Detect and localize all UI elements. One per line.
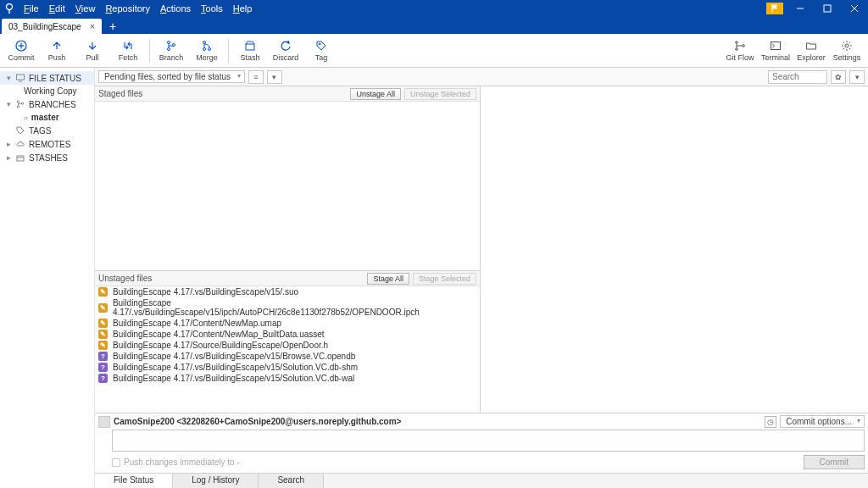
pull-tool[interactable]: Pull bbox=[75, 35, 110, 67]
svg-point-16 bbox=[736, 41, 738, 43]
sidebar-stashes[interactable]: ▸ STASHES bbox=[0, 151, 94, 164]
monitor-icon bbox=[15, 73, 25, 83]
gitflow-tool[interactable]: Git Flow bbox=[722, 35, 758, 67]
menu-tools[interactable]: Tools bbox=[196, 3, 228, 14]
svg-point-20 bbox=[845, 44, 849, 47]
tab-file-status[interactable]: File Status bbox=[95, 474, 173, 488]
file-row[interactable]: ✎BuildingEscape 4.17/.vs/BuildingEscape/… bbox=[95, 297, 480, 318]
search-settings-button[interactable]: ✿ bbox=[831, 70, 846, 84]
stash-tool[interactable]: Stash bbox=[232, 35, 268, 67]
menu-help[interactable]: Help bbox=[228, 3, 258, 14]
pending-filter-dropdown[interactable]: Pending files, sorted by file status bbox=[98, 70, 245, 83]
sidebar-remotes[interactable]: ▸ REMOTES bbox=[0, 137, 94, 151]
sidebar-branches[interactable]: ▾ BRANCHES bbox=[0, 97, 94, 111]
tool-label: Tag bbox=[315, 53, 328, 62]
bottom-tabs: File Status Log / History Search bbox=[95, 473, 868, 488]
push-tool[interactable]: Push bbox=[39, 35, 75, 67]
svg-rect-19 bbox=[771, 42, 781, 49]
repo-tabs: 03_BuildingEscape × + bbox=[0, 17, 868, 34]
tool-label: Commit bbox=[8, 53, 35, 62]
file-row[interactable]: ?BuildingEscape 4.17/.vs/BuildingEscape/… bbox=[95, 373, 480, 384]
discard-icon bbox=[280, 40, 292, 52]
gear-icon bbox=[841, 40, 853, 52]
terminal-tool[interactable]: Terminal bbox=[758, 35, 793, 67]
file-row[interactable]: ✎BuildingEscape 4.17/.vs/BuildingEscape/… bbox=[95, 286, 480, 297]
tab-log-history[interactable]: Log / History bbox=[173, 474, 259, 488]
commit-tool[interactable]: Commit bbox=[3, 35, 39, 67]
file-row[interactable]: ✎BuildingEscape 4.17/Content/NewMap.umap bbox=[95, 318, 480, 329]
tag-tool[interactable]: Tag bbox=[303, 35, 339, 67]
notification-flag-icon[interactable] bbox=[766, 3, 783, 14]
tool-label: Discard bbox=[273, 53, 299, 62]
commit-area: CamoSnipe200 <32208260+CamoSnipe200@user… bbox=[95, 413, 868, 473]
chevron-down-icon: ▾ bbox=[7, 100, 15, 108]
arrow-up-icon bbox=[51, 40, 63, 52]
staged-list bbox=[95, 102, 480, 271]
fetch-tool[interactable]: Fetch bbox=[110, 35, 146, 67]
push-immediately-checkbox[interactable] bbox=[112, 458, 120, 467]
history-icon[interactable]: ◷ bbox=[765, 416, 776, 428]
minimize-button[interactable] bbox=[787, 0, 814, 17]
svg-rect-26 bbox=[17, 156, 24, 161]
unknown-badge-icon: ? bbox=[98, 363, 108, 372]
filter-bar: Pending files, sorted by file status ≡ ▾… bbox=[95, 68, 868, 86]
view-list-button[interactable]: ≡ bbox=[248, 70, 264, 84]
tool-label: Git Flow bbox=[726, 53, 754, 62]
stash-icon bbox=[244, 40, 256, 52]
explorer-tool[interactable]: Explorer bbox=[793, 35, 829, 67]
sidebar-branch-master[interactable]: master bbox=[0, 111, 94, 124]
menu-actions[interactable]: Actions bbox=[155, 3, 196, 14]
svg-point-24 bbox=[17, 106, 19, 108]
file-path: BuildingEscape 4.17/.vs/BuildingEscape/v… bbox=[113, 374, 354, 383]
toolbar: Commit Push Pull Fetch Branch Merge Stas… bbox=[0, 34, 868, 68]
discard-tool[interactable]: Discard bbox=[268, 35, 303, 67]
unstage-all-button[interactable]: Unstage All bbox=[350, 88, 401, 100]
stage-selected-button: Stage Selected bbox=[413, 273, 476, 285]
file-row[interactable]: ✎BuildingEscape 4.17/Source/BuildingEsca… bbox=[95, 340, 480, 351]
box-icon bbox=[15, 152, 25, 163]
unstage-selected-button: Unstage Selected bbox=[404, 88, 476, 100]
terminal-icon bbox=[770, 40, 782, 52]
commit-options-dropdown[interactable]: Commit options... bbox=[780, 415, 865, 428]
repo-tab[interactable]: 03_BuildingEscape × bbox=[2, 19, 102, 34]
svg-point-23 bbox=[17, 101, 19, 103]
settings-tool[interactable]: Settings bbox=[829, 35, 865, 67]
sidebar-tags[interactable]: TAGS bbox=[0, 124, 94, 137]
new-tab-button[interactable]: + bbox=[105, 19, 120, 34]
search-input[interactable] bbox=[768, 70, 827, 84]
sidebar-label: REMOTES bbox=[29, 140, 70, 149]
stage-all-button[interactable]: Stage All bbox=[367, 273, 409, 285]
file-row[interactable]: ✎BuildingEscape 4.17/Content/NewMap_Buil… bbox=[95, 329, 480, 340]
view-options-dropdown[interactable]: ▾ bbox=[267, 70, 282, 84]
maximize-button[interactable] bbox=[814, 0, 841, 17]
staged-header: Staged files Unstage All Unstage Selecte… bbox=[95, 86, 480, 102]
file-row[interactable]: ?BuildingEscape 4.17/.vs/BuildingEscape/… bbox=[95, 362, 480, 373]
commit-button[interactable]: Commit bbox=[804, 455, 865, 469]
folder-icon bbox=[805, 40, 817, 52]
unknown-badge-icon: ? bbox=[98, 352, 108, 361]
menu-edit[interactable]: Edit bbox=[44, 3, 70, 14]
tool-label: Pull bbox=[86, 53, 98, 62]
menu-file[interactable]: File bbox=[19, 3, 44, 14]
merge-tool[interactable]: Merge bbox=[189, 35, 225, 67]
push-hint: Push changes immediately to - bbox=[124, 458, 240, 467]
tool-label: Settings bbox=[833, 53, 861, 62]
menu-repository[interactable]: Repository bbox=[100, 3, 155, 14]
sidebar-file-status[interactable]: ▾ FILE STATUS bbox=[0, 71, 94, 85]
close-tab-icon[interactable]: × bbox=[90, 21, 95, 31]
branch-tool[interactable]: Branch bbox=[153, 35, 189, 67]
svg-point-25 bbox=[21, 103, 23, 104]
sidebar-working-copy[interactable]: Working Copy bbox=[0, 85, 94, 97]
close-button[interactable] bbox=[841, 0, 868, 17]
file-path: BuildingEscape 4.17/.vs/BuildingEscape/v… bbox=[113, 287, 298, 297]
commit-message-input[interactable] bbox=[112, 430, 865, 452]
sidebar-label: STASHES bbox=[29, 153, 68, 163]
svg-point-11 bbox=[203, 41, 206, 43]
tab-search[interactable]: Search bbox=[259, 474, 324, 488]
file-row[interactable]: ?BuildingEscape 4.17/.vs/BuildingEscape/… bbox=[95, 351, 480, 362]
unstaged-title: Unstaged files bbox=[98, 274, 152, 283]
menu-view[interactable]: View bbox=[70, 3, 101, 14]
svg-point-13 bbox=[209, 47, 211, 50]
search-options-dropdown[interactable]: ▾ bbox=[849, 70, 865, 84]
merge-icon bbox=[201, 40, 213, 52]
